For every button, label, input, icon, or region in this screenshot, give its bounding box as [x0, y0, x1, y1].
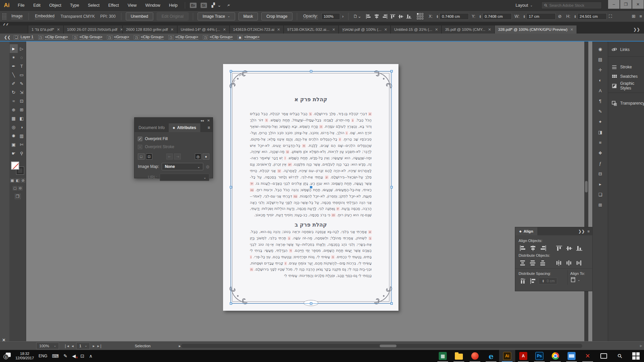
panel-appearance-icon[interactable]: ◐	[596, 76, 605, 84]
panel-brushes-icon[interactable]: ✎	[596, 107, 605, 115]
lasso-tool[interactable]: ◌	[18, 53, 26, 62]
menu-item-type[interactable]: Type	[66, 0, 84, 11]
width-tool[interactable]: ≈	[10, 97, 18, 105]
artboard-page[interactable]: קהלת פרק א א דִּבְרֵי קֹהֶלֶת בֶּן-דָּוִ…	[223, 64, 398, 311]
align-v-center-icon[interactable]	[397, 13, 404, 19]
status-readout[interactable]: Selection	[135, 344, 151, 348]
stepper-icon[interactable]: ▲▼	[479, 15, 481, 18]
align-left-icon[interactable]	[365, 13, 372, 19]
tab-close-icon[interactable]: ✕	[332, 27, 335, 32]
direct-selection-tool[interactable]: ▷	[18, 44, 26, 53]
eyedropper-tool[interactable]: ◎	[10, 123, 18, 131]
tab-close-icon[interactable]: ✕	[570, 27, 573, 32]
style-dropdown-icon[interactable]: 🗋⌄	[353, 14, 361, 19]
panel-pathfinder-icon[interactable]: ❖	[596, 149, 605, 157]
draw-behind-button[interactable]: ⧀	[18, 186, 22, 190]
hand-tool[interactable]: ☛	[10, 149, 18, 158]
panel-gradient-icon[interactable]: ◨	[596, 128, 605, 136]
column-graph-tool[interactable]: ▥	[18, 131, 26, 140]
shape-builder-tool[interactable]: ⊕	[10, 105, 18, 114]
zoom-level-dropdown[interactable]: 100% ⌄	[36, 343, 59, 349]
panel-paragraph-icon[interactable]: ¶	[596, 97, 605, 105]
vertical-scrollbar[interactable]	[584, 42, 588, 341]
spacing-horizontal-button[interactable]	[519, 277, 527, 285]
h-field[interactable]: 24.501 cm	[577, 13, 607, 20]
taskbar-app-acrobat[interactable]: A	[515, 350, 531, 362]
paintbrush-tool[interactable]: ✐	[10, 79, 18, 88]
w-field[interactable]: 17 cm	[526, 13, 556, 20]
stepper-icon[interactable]: ▲▼	[523, 15, 526, 18]
document-tab[interactable]: שטאנץ.pdf @ 100% (...✕	[339, 25, 391, 34]
symbol-sprayer-tool[interactable]: ✺	[10, 131, 18, 140]
menu-item-effect[interactable]: Effect	[104, 0, 123, 11]
blend-tool[interactable]: ◑	[18, 123, 26, 131]
align-left-button[interactable]	[519, 244, 527, 252]
pen-settings-icon[interactable]: ✎	[63, 353, 67, 359]
taskbar-task-view[interactable]	[596, 350, 612, 362]
chevron-right-icon[interactable]: ›	[342, 14, 343, 19]
breadcrumb-item[interactable]: ◳<Clip Group>	[72, 35, 102, 40]
fill-stroke-swatches[interactable]	[11, 162, 24, 175]
stepper-icon[interactable]: ▲▼	[574, 15, 576, 18]
collapse-panel-icon[interactable]: ◂◂	[201, 119, 204, 122]
breadcrumb-item[interactable]: ◳<Clip Group>	[203, 35, 233, 40]
vertical-scrollbar-thumb[interactable]	[585, 181, 588, 192]
dock-panel-links[interactable]: Links	[608, 45, 644, 54]
tab-close-icon[interactable]: ✕	[57, 27, 60, 32]
color-mode-button[interactable]: ▩	[10, 178, 14, 183]
taskbar-app-red-x[interactable]: ✕	[580, 350, 596, 362]
document-tab[interactable]: 1000 26-07-2015 מעטפות.pdf✕	[64, 25, 123, 34]
gradient-tool[interactable]: ◧	[18, 114, 26, 123]
panel-grip[interactable]	[2, 13, 7, 20]
horizontal-scrollbar[interactable]	[181, 344, 582, 348]
panel-info-icon[interactable]: ✛	[596, 66, 605, 74]
rectangle-tool[interactable]: ▭	[18, 70, 26, 79]
close-panel-icon[interactable]: ✕	[207, 119, 210, 122]
taskbar-app-excel[interactable]: ▦	[435, 350, 451, 362]
perspective-grid-tool[interactable]: ⊞	[18, 105, 26, 114]
taskbar-app-folder[interactable]	[451, 350, 467, 362]
align-right-icon[interactable]	[381, 13, 388, 19]
line-segment-tool[interactable]: ╲	[10, 70, 18, 79]
breadcrumb-item[interactable]: ❏Layer 1	[14, 35, 33, 40]
menu-item-view[interactable]: View	[123, 0, 141, 11]
overprint-fill-checkbox[interactable]: ✓	[138, 137, 142, 141]
panel-character-icon[interactable]: A	[596, 86, 605, 95]
align-top-icon[interactable]	[389, 13, 396, 19]
dock-panel-graphic-styles[interactable]: Graphic Styles	[608, 81, 644, 90]
x-field[interactable]: 0.7408 cm	[439, 13, 469, 20]
adobe-stock-search[interactable]: ⚲	[541, 2, 602, 9]
unembed-button[interactable]: Unembed	[126, 12, 153, 20]
dock-panel-stroke[interactable]: Stroke	[608, 62, 644, 72]
y-field[interactable]: 0.7408 cm	[482, 13, 512, 20]
align-v-center-button[interactable]	[565, 244, 574, 252]
panel-menu-icon[interactable]: ≡	[205, 123, 213, 132]
breadcrumb-item[interactable]: ◳<Clip Group>	[38, 35, 68, 40]
show-center-button[interactable]: □	[138, 154, 145, 160]
notification-center-icon[interactable]: 1	[3, 353, 11, 359]
align-h-center-icon[interactable]	[373, 13, 380, 19]
panel-glyphs-icon[interactable]: ƒ	[596, 159, 605, 167]
back-arrows-icon[interactable]: ❮❮	[4, 35, 10, 40]
share-icon[interactable]: 🗲	[227, 3, 231, 8]
document-tab[interactable]: Untitled-14* @ 44% (...✕	[177, 25, 230, 34]
distribute-v-center-button[interactable]	[529, 259, 537, 267]
zoom-tool[interactable]: ⚲	[18, 149, 26, 158]
language-indicator[interactable]: ENG	[39, 354, 47, 358]
tab-align[interactable]: ◆ Align	[515, 227, 537, 235]
taskbar-app-illustrator[interactable]: Ai	[499, 350, 515, 362]
mask-button[interactable]: Mask	[238, 12, 258, 20]
dock-panel-transparency[interactable]: Transparency	[608, 99, 644, 108]
image-trace-button[interactable]: Image Trace ⌄	[198, 12, 235, 20]
bridge-button[interactable]: Br	[190, 3, 197, 8]
transform-icon[interactable]: ⛶	[609, 14, 612, 19]
menu-item-help[interactable]: Help	[165, 0, 182, 11]
fill-none-swatch[interactable]	[11, 162, 19, 170]
taskbar-app-edge[interactable]: e	[483, 350, 499, 362]
taskbar-app-photoshop[interactable]: Ps	[531, 350, 547, 362]
menu-item-edit[interactable]: Edit	[29, 0, 45, 11]
touch-keyboard-icon[interactable]: ⌨	[52, 353, 59, 359]
slice-tool[interactable]: ✄	[18, 140, 26, 149]
opacity-field[interactable]: 100%	[321, 13, 340, 20]
taskbar-start[interactable]	[628, 350, 644, 362]
